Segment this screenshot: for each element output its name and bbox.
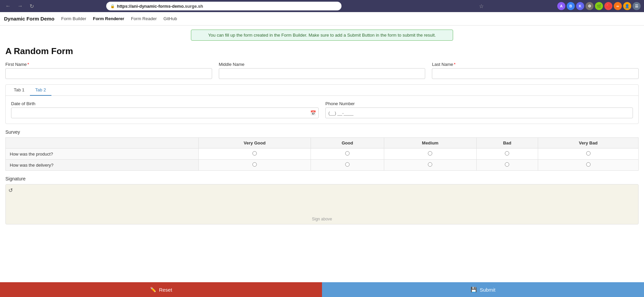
ext-icon-5: 🌿: [595, 2, 603, 10]
main-content: You can fill up the form created in the …: [0, 26, 644, 251]
radio-delivery-very-bad[interactable]: [586, 162, 591, 167]
survey-title: Survey: [5, 129, 639, 135]
tab-2-button[interactable]: Tab 2: [30, 85, 51, 96]
survey-delivery-very-bad[interactable]: [538, 160, 639, 171]
radio-delivery-bad[interactable]: [505, 162, 509, 167]
phone-number-field: Phone Number: [325, 101, 633, 118]
survey-delivery-medium[interactable]: [384, 160, 477, 171]
signature-canvas[interactable]: ↺ Sign above: [5, 184, 639, 224]
survey-question-delivery: How was the delivery?: [6, 160, 199, 171]
radio-delivery-very-good[interactable]: [252, 162, 257, 167]
last-name-input[interactable]: [432, 68, 639, 79]
first-name-input[interactable]: [5, 68, 212, 79]
survey-question-product: How was the product?: [6, 148, 199, 160]
middle-name-input[interactable]: [219, 68, 426, 79]
radio-product-very-good[interactable]: [252, 151, 257, 156]
middle-name-field: Middle Name: [219, 62, 426, 79]
sign-above-label: Sign above: [312, 217, 332, 221]
survey-header-row: Very Good Good Medium Bad Very Bad: [6, 138, 639, 148]
survey-row-product: How was the product?: [6, 148, 639, 160]
url-bar[interactable]: 🔒 https://ani-dynamic-forms-demo.surge.s…: [106, 2, 341, 10]
phone-number-input[interactable]: [325, 108, 633, 118]
radio-product-medium[interactable]: [428, 151, 432, 156]
form-title: A Random Form: [5, 46, 639, 56]
survey-product-very-bad[interactable]: [538, 148, 639, 160]
survey-col-very-good: Very Good: [199, 138, 311, 148]
info-banner: You can fill up the form created in the …: [191, 30, 453, 41]
ext-icon-2: B: [567, 2, 575, 10]
survey-product-medium[interactable]: [384, 148, 477, 160]
survey-row-delivery: How was the delivery?: [6, 160, 639, 171]
first-name-label: First Name*: [5, 62, 212, 67]
nav-form-renderer[interactable]: Form Renderer: [93, 16, 124, 21]
name-fields-row: First Name* Middle Name Last Name*: [5, 62, 639, 79]
back-button[interactable]: ←: [3, 2, 13, 10]
survey-col-bad: Bad: [476, 138, 538, 148]
last-name-label: Last Name*: [432, 62, 639, 67]
date-input-wrap: 📅: [11, 108, 319, 118]
tabs-header: Tab 1 Tab 2: [6, 85, 638, 96]
date-of-birth-input[interactable]: [11, 108, 319, 118]
date-of-birth-field: Date of Birth 📅: [11, 101, 319, 118]
nav-form-builder[interactable]: Form Builder: [61, 16, 86, 21]
survey-delivery-bad[interactable]: [476, 160, 538, 171]
survey-col-very-bad: Very Bad: [538, 138, 639, 148]
survey-table: Very Good Good Medium Bad Very Bad How w…: [5, 137, 639, 171]
reload-button[interactable]: ↻: [28, 2, 36, 10]
browser-chrome: ← → ↻ 🔒 https://ani-dynamic-forms-demo.s…: [0, 0, 644, 12]
survey-product-bad[interactable]: [476, 148, 538, 160]
survey-col-question: [6, 138, 199, 148]
app-navbar: Dynamic Form Demo Form Builder Form Rend…: [0, 12, 644, 26]
survey-col-good: Good: [311, 138, 384, 148]
bookmark-icon[interactable]: ☆: [479, 3, 484, 9]
ext-icon-3: K: [576, 2, 584, 10]
survey-section: Survey Very Good Good Medium Bad Very Ba…: [5, 129, 639, 171]
first-name-field: First Name*: [5, 62, 212, 79]
tab-2-content: Date of Birth 📅 Phone Number: [6, 96, 638, 124]
survey-product-good[interactable]: [311, 148, 384, 160]
signature-title: Signature: [5, 176, 639, 181]
date-phone-row: Date of Birth 📅 Phone Number: [11, 101, 633, 118]
tabs-container: Tab 1 Tab 2 Date of Birth 📅 Phone Number: [5, 84, 639, 124]
radio-product-very-bad[interactable]: [586, 151, 591, 156]
nav-github[interactable]: GitHub: [163, 16, 177, 21]
radio-delivery-medium[interactable]: [428, 162, 432, 167]
ext-icon-4: ⚙: [586, 2, 594, 10]
radio-product-good[interactable]: [345, 151, 350, 156]
app-title: Dynamic Form Demo: [4, 16, 54, 22]
radio-product-bad[interactable]: [505, 151, 509, 156]
last-name-field: Last Name*: [432, 62, 639, 79]
ext-icon-1: A: [557, 2, 565, 10]
last-name-required: *: [454, 62, 455, 67]
radio-delivery-good[interactable]: [345, 162, 350, 167]
survey-product-very-good[interactable]: [199, 148, 311, 160]
url-text: https://ani-dynamic-forms-demo.surge.sh: [117, 4, 203, 9]
date-of-birth-label: Date of Birth: [11, 101, 319, 106]
survey-delivery-good[interactable]: [311, 160, 384, 171]
first-name-required: *: [28, 62, 29, 67]
survey-col-medium: Medium: [384, 138, 477, 148]
forward-button[interactable]: →: [15, 2, 25, 10]
phone-number-label: Phone Number: [325, 101, 633, 106]
ext-icon-8: 👤: [623, 2, 631, 10]
browser-extension-icons: A B K ⚙ 🌿 🔴 ∞ 👤 ☰: [557, 2, 641, 10]
ext-icon-9: ☰: [633, 2, 641, 10]
signature-section: Signature ↺ Sign above: [5, 176, 639, 224]
ext-icon-6: 🔴: [604, 2, 612, 10]
survey-delivery-very-good[interactable]: [199, 160, 311, 171]
signature-reset-icon[interactable]: ↺: [8, 187, 13, 194]
nav-form-reader[interactable]: Form Reader: [131, 16, 157, 21]
ext-icon-7: ∞: [614, 2, 622, 10]
middle-name-label: Middle Name: [219, 62, 426, 67]
security-icon: 🔒: [110, 4, 115, 8]
tab-1-button[interactable]: Tab 1: [8, 85, 30, 96]
